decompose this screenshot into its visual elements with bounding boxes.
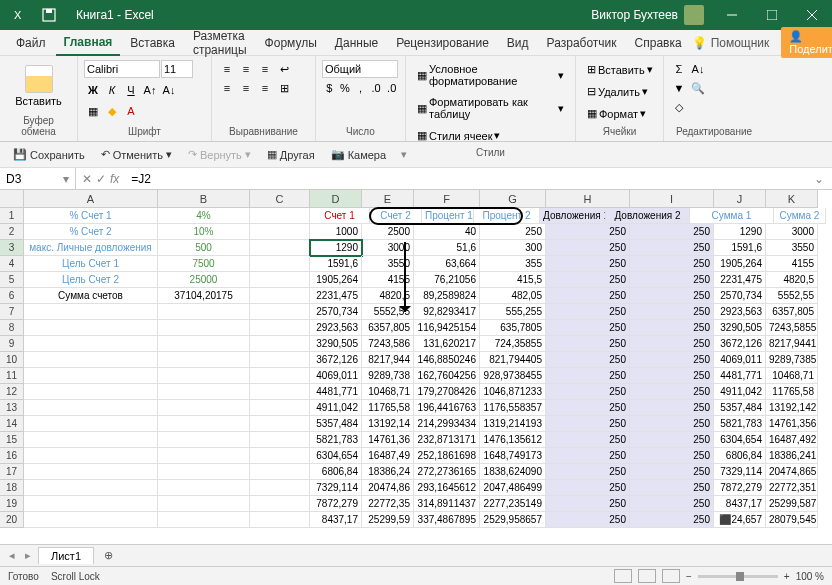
cell[interactable]: 1591,6 [310, 256, 362, 272]
cell[interactable]: 1905,264 [714, 256, 766, 272]
cell[interactable]: 3000 [766, 224, 818, 240]
cell[interactable] [250, 304, 310, 320]
maximize-button[interactable] [752, 0, 792, 30]
row-header[interactable]: 2 [0, 224, 24, 240]
cell[interactable]: 2231,475 [714, 272, 766, 288]
cell[interactable]: 250 [630, 464, 714, 480]
increase-font-button[interactable]: A↑ [141, 81, 159, 99]
row-header[interactable]: 6 [0, 288, 24, 304]
cell[interactable] [250, 208, 310, 224]
col-header[interactable]: K [766, 190, 818, 208]
cell[interactable]: 500 [158, 240, 250, 256]
paste-button[interactable]: Вставить [6, 60, 71, 112]
cell[interactable]: 14761,36 [362, 432, 414, 448]
cell[interactable]: 250 [630, 496, 714, 512]
cell[interactable]: Процент 2 [474, 208, 540, 224]
cell[interactable]: 6806,84 [310, 464, 362, 480]
expand-formula-button[interactable]: ⌄ [806, 172, 832, 186]
user-account[interactable]: Виктор Бухтеев [591, 5, 704, 25]
row-header[interactable]: 7 [0, 304, 24, 320]
dec-decimal-button[interactable]: .0 [384, 79, 399, 97]
cell[interactable]: 22772,351 [766, 480, 818, 496]
cell[interactable]: 4155 [362, 272, 414, 288]
cell[interactable]: 1000 [310, 224, 362, 240]
cell[interactable]: 250 [630, 224, 714, 240]
align-left-button[interactable]: ≡ [218, 79, 236, 97]
cell[interactable]: 9289,7385 [766, 352, 818, 368]
cell[interactable]: 25299,587 [766, 496, 818, 512]
cell[interactable]: 821,794405 [480, 352, 546, 368]
cell[interactable]: 293,1645612 [414, 480, 480, 496]
cell[interactable]: 250 [546, 368, 630, 384]
row-header[interactable]: 9 [0, 336, 24, 352]
cell[interactable]: 314,8911437 [414, 496, 480, 512]
menu-tab-разработчик[interactable]: Разработчик [539, 31, 625, 55]
save-icon[interactable] [36, 2, 62, 28]
cell[interactable]: 300 [480, 240, 546, 256]
cell[interactable]: 28079,545 [766, 512, 818, 528]
cell[interactable] [158, 304, 250, 320]
row-header[interactable]: 10 [0, 352, 24, 368]
cell[interactable]: 214,2993434 [414, 416, 480, 432]
cell[interactable]: 92,8293417 [414, 304, 480, 320]
cell[interactable]: Сумма 2 [774, 208, 826, 224]
cell[interactable]: 10468,71 [766, 368, 818, 384]
cell[interactable]: 2047,486499 [480, 480, 546, 496]
italic-button[interactable]: К [103, 81, 121, 99]
row-header[interactable]: 18 [0, 480, 24, 496]
merge-button[interactable]: ⊞ [275, 79, 293, 97]
cell[interactable]: 1476,135612 [480, 432, 546, 448]
enter-formula-icon[interactable]: ✓ [96, 172, 106, 186]
delete-cells-button[interactable]: ⊟ Удалить ▾ [582, 82, 657, 101]
sheet-nav-next[interactable]: ▸ [22, 549, 34, 562]
col-header[interactable]: C [250, 190, 310, 208]
cell[interactable]: Счет 2 [370, 208, 422, 224]
decrease-font-button[interactable]: A↓ [160, 81, 178, 99]
row-header[interactable]: 12 [0, 384, 24, 400]
cell[interactable]: Счет 1 [310, 208, 370, 224]
cell[interactable]: 250 [630, 512, 714, 528]
cell[interactable]: 5357,484 [310, 416, 362, 432]
qat-redo-button[interactable]: ↷ Вернуть ▾ [183, 146, 256, 163]
cell[interactable]: 89,2589824 [414, 288, 480, 304]
cell[interactable] [250, 512, 310, 528]
cell[interactable] [250, 448, 310, 464]
cell[interactable] [250, 256, 310, 272]
cell[interactable]: 16487,492 [766, 432, 818, 448]
cell[interactable]: макс. Личные довложения [24, 240, 158, 256]
zoom-out-button[interactable]: − [686, 571, 692, 582]
cell[interactable] [158, 336, 250, 352]
cell[interactable]: 179,2708426 [414, 384, 480, 400]
cell[interactable]: 6806,84 [714, 448, 766, 464]
menu-tab-вставка[interactable]: Вставка [122, 31, 183, 55]
cell[interactable]: 355 [480, 256, 546, 272]
format-table-button[interactable]: ▦ Форматировать как таблицу ▾ [412, 93, 569, 123]
menu-tab-справка[interactable]: Справка [627, 31, 690, 55]
cell[interactable]: 250 [630, 304, 714, 320]
col-header[interactable]: A [24, 190, 158, 208]
cell[interactable]: 415,5 [480, 272, 546, 288]
cell[interactable]: 250 [546, 416, 630, 432]
align-top-button[interactable]: ≡ [218, 60, 236, 78]
cell[interactable]: 4820,5 [362, 288, 414, 304]
cell[interactable]: 1905,264 [310, 272, 362, 288]
cell[interactable]: 1648,749173 [480, 448, 546, 464]
add-sheet-button[interactable]: ⊕ [98, 549, 119, 562]
menu-tab-данные[interactable]: Данные [327, 31, 386, 55]
cell[interactable] [250, 416, 310, 432]
cell[interactable]: 250 [546, 384, 630, 400]
select-all-corner[interactable] [0, 190, 24, 208]
cell[interactable]: 116,9425154 [414, 320, 480, 336]
font-name-select[interactable] [84, 60, 160, 78]
cell[interactable]: 250 [546, 480, 630, 496]
cell[interactable]: 8217,9441 [766, 336, 818, 352]
menu-tab-главная[interactable]: Главная [56, 30, 121, 56]
cell[interactable]: 1838,624090 [480, 464, 546, 480]
row-header[interactable]: 8 [0, 320, 24, 336]
percent-button[interactable]: % [338, 79, 353, 97]
zoom-level[interactable]: 100 % [796, 571, 824, 582]
cell[interactable]: 6304,654 [310, 448, 362, 464]
cell[interactable]: 3000 [362, 240, 414, 256]
autosum-button[interactable]: Σ [670, 60, 688, 78]
cell[interactable]: Процент 1 [422, 208, 474, 224]
